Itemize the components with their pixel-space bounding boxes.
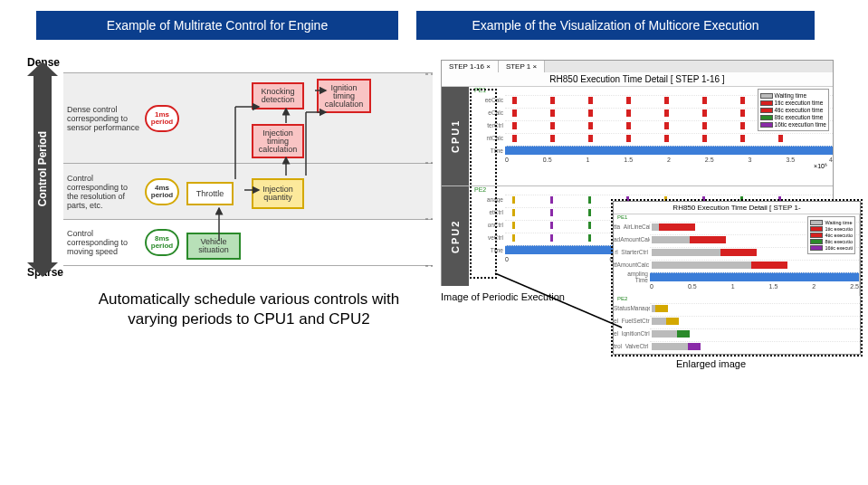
injection-timing-block: Injection timing calculation <box>252 124 304 158</box>
cpu1-label: CPU1 <box>442 87 469 185</box>
left-caption: Automatically schedule various controls … <box>81 290 416 329</box>
row3-desc: Control corresponding to moving speed <box>63 227 145 258</box>
panel-title: RH850 Execution Time Detail [ STEP 1-16 … <box>442 72 833 87</box>
control-period-axis: Control Period <box>36 131 49 206</box>
period-8ms: 8ms period <box>145 229 179 256</box>
throttle-block: Throttle <box>186 182 234 205</box>
tab-step1-16[interactable]: STEP 1-16 × <box>442 61 499 72</box>
selection-box <box>470 89 497 279</box>
legend: Waiting time 1tic execution time 4tic ex… <box>758 89 829 131</box>
caption-periodic: Image of Periodic Execution <box>441 291 565 302</box>
cpu2-label: CPU2 <box>442 186 469 286</box>
tab-step1[interactable]: STEP 1 × <box>499 61 545 72</box>
header-left: Example of Multirate Control for Engine <box>36 11 398 40</box>
row2-desc: Control corresponding to the resolution … <box>63 172 145 212</box>
knocking-block: Knocking detection <box>252 82 304 109</box>
row1-desc: Dense control corresponding to sensor pe… <box>63 103 145 134</box>
period-1ms: 1ms period <box>145 105 179 132</box>
enlarged-dotted-border <box>611 199 863 357</box>
caption-enlarged: Enlarged image <box>676 358 746 369</box>
period-4ms: 4ms period <box>145 178 179 205</box>
header-right: Example of the Visualization of Multicor… <box>416 11 815 40</box>
ignition-block: Ignition timing calculation <box>317 79 371 113</box>
injection-qty-block: Injection quantity <box>252 178 304 209</box>
vehicle-block: Vehicle situation <box>186 233 241 260</box>
